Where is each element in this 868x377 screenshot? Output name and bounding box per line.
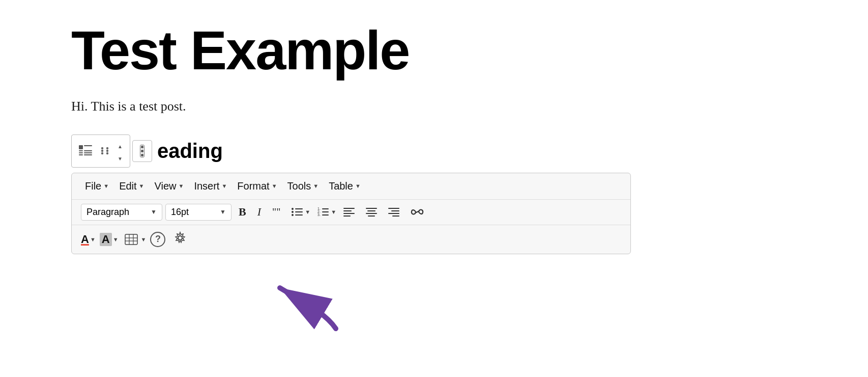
svg-rect-6 [84,152,92,153]
table-insert-group[interactable]: ▼ [123,233,147,246]
toolbar-formatting-row: Paragraph ▼ 16pt ▼ B I " " [72,200,630,225]
svg-rect-24 [322,211,329,212]
svg-rect-16 [295,208,303,209]
ordered-list-icon: 1. 2. 3. [317,207,329,217]
view-menu-arrow: ▼ [178,183,184,189]
table-menu-arrow: ▼ [355,183,361,189]
bullet-list-button[interactable] [287,205,304,219]
svg-rect-3 [79,150,83,151]
svg-text:2.: 2. [317,210,321,213]
document-title: Test Example [71,20,797,81]
menu-format[interactable]: Format ▼ [233,178,281,194]
edit-menu-arrow: ▼ [139,183,144,189]
svg-rect-35 [388,208,399,209]
paragraph-style-select[interactable]: Paragraph ▼ [81,204,162,221]
insert-menu-arrow: ▼ [221,183,227,189]
svg-rect-31 [366,208,377,209]
block-controls-group [71,134,130,168]
font-color-group[interactable]: A ▼ [81,233,96,246]
svg-text:1.: 1. [317,207,321,210]
menu-view[interactable]: View ▼ [150,178,188,194]
menu-tools[interactable]: Tools ▼ [283,178,323,194]
font-color-a-label: A [81,233,89,246]
tools-menu-arrow: ▼ [313,183,319,189]
svg-rect-7 [79,154,83,155]
block-options-button[interactable] [140,145,144,157]
svg-rect-27 [343,208,355,209]
italic-button[interactable]: I [253,204,265,220]
format-menu-arrow: ▼ [272,183,277,189]
drag-handle-button[interactable] [100,146,109,155]
align-center-button[interactable] [362,205,381,219]
svg-rect-36 [391,210,399,211]
svg-rect-32 [367,210,375,211]
highlight-color-group[interactable]: A ▼ [100,233,119,246]
svg-rect-37 [388,213,399,214]
bullet-list-icon [292,207,303,217]
table-insert-button[interactable] [123,233,140,246]
paragraph-select-arrow: ▼ [151,208,157,216]
bold-button[interactable]: B [235,204,250,220]
svg-rect-20 [295,214,303,216]
svg-rect-30 [343,216,351,217]
editor-toolbar: File ▼ Edit ▼ View ▼ Insert ▼ Format ▼ T… [71,173,631,254]
table-insert-icon [125,234,138,245]
heading-text-preview: eading [157,141,223,161]
svg-rect-22 [322,208,329,209]
svg-point-45 [178,236,182,240]
align-left-button[interactable] [339,205,359,219]
svg-point-19 [292,214,294,216]
svg-rect-38 [392,216,399,217]
font-size-select[interactable]: 16pt ▼ [165,204,232,221]
svg-line-39 [415,211,419,213]
font-color-dropdown-arrow[interactable]: ▼ [90,236,96,243]
highlight-color-dropdown-arrow[interactable]: ▼ [113,236,119,243]
settings-button[interactable] [169,229,191,250]
block-type-icon-button[interactable] [79,145,92,156]
svg-point-11 [101,150,103,152]
table-insert-arrow[interactable]: ▼ [141,236,147,243]
block-options-menu-group [132,140,152,162]
menu-insert[interactable]: Insert ▼ [190,178,231,194]
ordered-list-button[interactable]: 1. 2. 3. [313,205,330,219]
svg-point-13 [101,152,103,154]
settings-icon [173,231,187,245]
toolbar-menubar: File ▼ Edit ▼ View ▼ Insert ▼ Format ▼ T… [72,173,630,200]
toolbar-extra-row: A ▼ A ▼ ▼ [72,225,630,254]
svg-point-9 [101,147,103,149]
bullet-list-button-group[interactable]: ▼ [287,205,310,219]
help-button[interactable]: ? [150,232,165,247]
svg-rect-2 [84,145,92,146]
svg-rect-40 [125,234,137,245]
align-center-icon [366,207,377,217]
svg-rect-33 [366,213,377,214]
blockquote-button[interactable]: " " [268,205,284,219]
document-body-paragraph: Hi. This is a test post. [71,96,797,116]
menu-table[interactable]: Table ▼ [325,178,365,194]
align-right-icon [388,207,399,217]
align-right-button[interactable] [384,205,403,219]
svg-rect-8 [84,154,92,155]
reorder-arrows-button[interactable] [118,139,123,163]
menu-file[interactable]: File ▼ [81,178,113,194]
menu-edit[interactable]: Edit ▼ [115,178,148,194]
align-left-icon [343,207,355,217]
ordered-list-button-group[interactable]: 1. 2. 3. ▼ [313,205,336,219]
svg-rect-29 [343,213,355,214]
link-icon [411,206,424,218]
bullet-list-dropdown-arrow[interactable]: ▼ [305,209,310,215]
font-size-select-arrow: ▼ [220,208,226,216]
svg-rect-34 [368,216,375,217]
svg-text:3.: 3. [317,213,321,217]
link-button[interactable] [407,204,428,220]
svg-rect-26 [322,214,329,216]
ordered-list-dropdown-arrow[interactable]: ▼ [331,209,336,215]
svg-point-17 [292,211,294,213]
svg-rect-18 [295,211,303,212]
highlight-color-a-label: A [100,233,112,246]
svg-rect-28 [343,210,352,211]
svg-point-10 [106,147,108,149]
file-menu-arrow: ▼ [103,183,109,189]
svg-point-12 [106,150,108,152]
svg-point-14 [106,152,108,154]
